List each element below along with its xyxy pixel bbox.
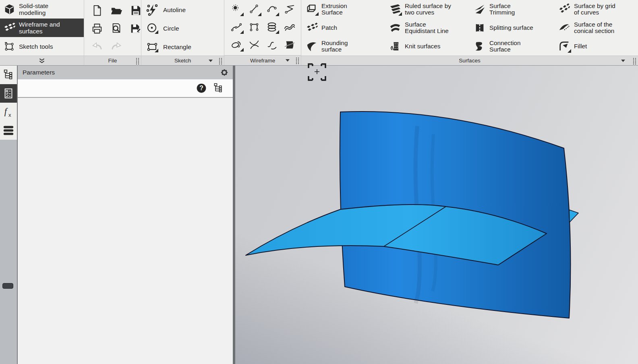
splitting-surface-icon <box>474 22 486 34</box>
spline-button[interactable] <box>228 19 244 35</box>
undo-button[interactable] <box>89 39 105 55</box>
line-segment-icon <box>248 3 260 15</box>
model-tree-panel-button[interactable] <box>0 66 17 84</box>
svg-text:f: f <box>4 106 8 116</box>
circle-label: Circle <box>163 25 179 32</box>
extrusion-surface-button[interactable]: ExtrusionSurface <box>301 0 385 19</box>
sheet-right-tip[interactable] <box>569 210 578 222</box>
intersection-curve-button[interactable] <box>246 37 262 53</box>
splitting-surface-button[interactable]: Splitting surface <box>469 19 554 37</box>
parameters-panel-button[interactable] <box>0 84 17 103</box>
intersection-curve-icon <box>248 39 260 51</box>
viewport-3d[interactable] <box>235 66 638 364</box>
surfaces-dropdown-icon[interactable] <box>621 60 625 62</box>
surface-grid-icon <box>3 22 15 34</box>
surfaces-caption-bar[interactable]: Surfaces <box>301 56 638 65</box>
printer-icon <box>91 23 103 35</box>
show-tree-button[interactable] <box>213 82 224 94</box>
open-folder-icon <box>110 4 123 17</box>
conical-section-surface-icon <box>558 22 570 34</box>
trim-curve-button[interactable] <box>282 37 298 53</box>
grip-dots-icon <box>218 58 222 64</box>
line-segment-button[interactable] <box>246 1 262 17</box>
layers-panel-button[interactable] <box>0 121 17 140</box>
save-floppy-icon <box>130 4 142 17</box>
fillet-icon <box>558 40 570 52</box>
wireframe-caption-bar[interactable]: Wireframe <box>224 55 301 65</box>
surface-of-conical-section-button[interactable]: Surface of theconical section <box>554 19 638 37</box>
mode-tab-solid-state[interactable]: Solid-statemodelling <box>0 0 84 19</box>
surfaces-caption: Surfaces <box>459 58 480 64</box>
print-preview-icon <box>110 23 122 35</box>
side-tool-strip: f x <box>0 66 18 364</box>
save-as-icon <box>130 23 142 35</box>
rectangle-button[interactable]: Rectangle <box>141 38 224 56</box>
new-document-icon <box>91 4 103 17</box>
projection-curve-button[interactable] <box>228 37 244 53</box>
grip-dots-icon <box>135 58 139 64</box>
new-document-button[interactable] <box>89 2 105 19</box>
panel-drag-handle[interactable] <box>2 283 13 289</box>
mode-tab-wireframe-surfaces[interactable]: Wireframe andsurfaces <box>0 19 84 37</box>
curve-on-surface-button[interactable] <box>264 37 280 53</box>
redo-button[interactable] <box>108 39 124 55</box>
surface-equidistant-line-button[interactable]: SurfaceEquidistant Line <box>385 19 469 37</box>
panel-settings-button[interactable] <box>219 67 230 78</box>
ribbon: Solid-statemodelling Wireframe andsurfac… <box>0 0 638 66</box>
spiral-icon <box>266 21 278 33</box>
circle-button[interactable]: Circle <box>141 19 224 38</box>
sketch-caption: Sketch <box>174 58 191 64</box>
autoline-label: Autoline <box>163 6 186 14</box>
rounding-surface-icon <box>306 40 318 52</box>
polyline-button[interactable] <box>246 19 262 35</box>
projection-curve-icon <box>230 39 242 51</box>
wireframe-dropdown-icon[interactable] <box>286 59 290 62</box>
svg-text:x: x <box>8 112 11 118</box>
contour-button[interactable] <box>282 1 298 17</box>
grip-dots-icon <box>295 57 299 64</box>
model-scene <box>235 66 638 364</box>
print-button[interactable] <box>89 21 105 37</box>
surface-by-grid-of-curves-button[interactable]: Surface by gridof curves <box>554 0 638 19</box>
autoline-button[interactable]: Autoline <box>141 1 224 19</box>
arc-button[interactable] <box>264 1 280 17</box>
fillet-button[interactable]: Fillet <box>554 37 638 56</box>
gear-icon <box>219 67 230 78</box>
help-icon: ? <box>196 83 207 94</box>
autoline-icon <box>146 4 159 17</box>
solid-cube-icon <box>3 3 15 15</box>
spiral-button[interactable] <box>264 19 280 35</box>
open-document-button[interactable] <box>108 2 124 19</box>
main-area: f x Parameters <box>0 66 638 364</box>
mode-tab-sketch-tools[interactable]: Sketch tools <box>0 37 84 56</box>
rectangle-label: Rectangle <box>163 43 191 51</box>
sketch-dropdown-icon[interactable] <box>209 60 213 62</box>
file-caption: File <box>108 58 117 64</box>
parameters-panel-body <box>18 98 233 364</box>
surface-trimming-icon <box>474 3 486 15</box>
circle-icon <box>146 22 159 35</box>
connection-surface-icon <box>474 40 486 52</box>
surface-trimming-button[interactable]: SurfaceTrimming <box>469 0 554 19</box>
rounding-surface-button[interactable]: Roundingsurface <box>301 37 385 56</box>
print-preview-button[interactable] <box>108 21 124 37</box>
sketch-caption-bar[interactable]: Sketch <box>141 56 224 65</box>
knit-surfaces-button[interactable]: Knit surfaces <box>385 37 469 56</box>
sketch-icon <box>3 40 15 52</box>
selection-crosshair-cursor <box>307 62 327 82</box>
parameters-checklist-icon <box>2 87 14 100</box>
spline-icon <box>230 21 242 33</box>
conic-spiral-button[interactable] <box>282 19 298 35</box>
ruled-surface-button[interactable]: Ruled surface bytwo curves <box>385 0 469 19</box>
polyline-icon <box>248 21 260 33</box>
variables-panel-button[interactable]: f x <box>0 103 17 121</box>
modes-collapse-bar[interactable] <box>0 56 84 65</box>
file-caption-bar[interactable]: File <box>84 56 141 65</box>
ribbon-group-wireframe: Wireframe <box>224 0 301 65</box>
patch-icon <box>306 22 318 34</box>
connection-surface-button[interactable]: ConnectionSurface <box>469 37 554 56</box>
patch-button[interactable]: Patch <box>301 19 385 37</box>
point-button[interactable] <box>228 1 244 17</box>
help-button[interactable]: ? <box>196 83 207 94</box>
stacked-bars-icon <box>2 124 14 137</box>
